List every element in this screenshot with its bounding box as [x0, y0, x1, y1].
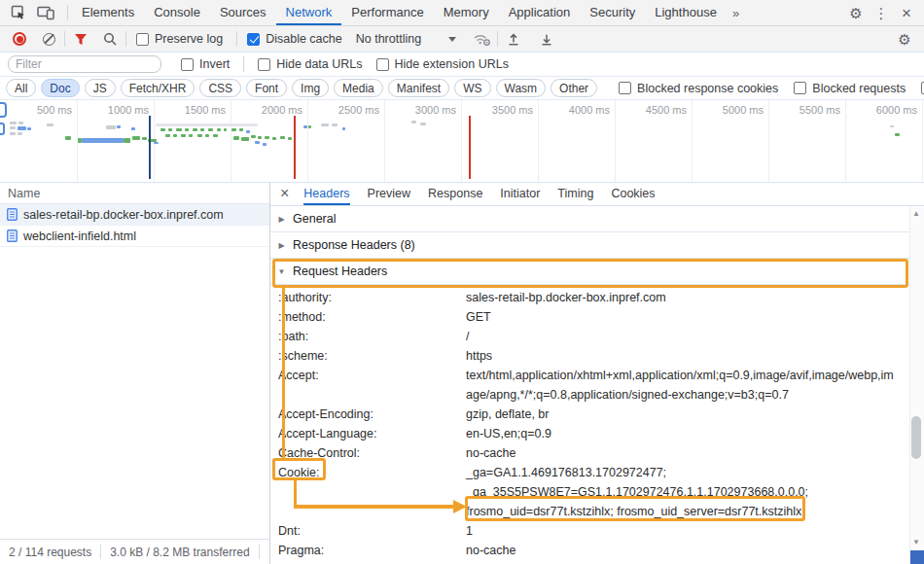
scrollbar-thumb[interactable] — [911, 416, 921, 459]
resource-type-chip[interactable]: Wasm — [496, 79, 547, 97]
more-tabs-icon[interactable]: » — [727, 6, 745, 20]
overview-graph[interactable]: 500 ms1000 ms1500 ms2000 ms2500 ms3000 m… — [0, 100, 924, 182]
resource-type-chip[interactable]: Doc — [41, 79, 79, 97]
inspect-element-icon[interactable] — [7, 2, 30, 23]
waterfall-bar — [189, 134, 193, 137]
section-label: Request Headers — [293, 264, 387, 278]
panel-tab[interactable]: Console — [144, 0, 210, 25]
waterfall-bar — [173, 134, 177, 137]
panel-tab[interactable]: Lighthouse — [645, 0, 727, 25]
disable-cache-checkbox-box[interactable] — [247, 33, 260, 46]
waterfall-bar — [160, 128, 165, 131]
settings-gear-icon[interactable]: ⚙ — [844, 2, 868, 23]
header-name: :method: — [270, 307, 466, 327]
details-tab[interactable]: Initiator — [500, 183, 540, 205]
waterfall-bar — [18, 126, 26, 130]
invert-checkbox[interactable]: Invert — [181, 57, 230, 71]
throttling-dropdown[interactable]: No throttling — [352, 32, 460, 46]
hide-extension-urls-checkbox[interactable]: Hide extension URLs — [376, 57, 509, 71]
overflow-menu-icon[interactable]: ⋮ — [870, 2, 893, 23]
panel-tab[interactable]: Elements — [72, 0, 144, 25]
header-section-row[interactable]: ▶ ▼ Response Headers (8) — [270, 232, 909, 259]
filter-toggle-checkbox-box[interactable] — [794, 82, 806, 94]
waterfall-bar — [27, 127, 31, 130]
network-settings-gear-icon[interactable]: ⚙ — [893, 28, 916, 50]
export-har-icon[interactable] — [535, 28, 558, 50]
request-row[interactable]: webclient-infield.html — [0, 226, 269, 247]
network-conditions-icon[interactable] — [470, 28, 493, 50]
panel-tab[interactable]: Application — [499, 0, 581, 25]
hide-data-urls-checkbox-box[interactable] — [258, 58, 270, 71]
disable-cache-checkbox[interactable]: Disable cache — [247, 32, 342, 46]
header-value: sales-retail-bp.docker-box.inpref.com — [466, 288, 900, 307]
header-name: Cache-Control: — [270, 443, 466, 463]
record-network-log-icon[interactable] — [8, 28, 31, 50]
panel-tab[interactable]: Sources — [210, 0, 276, 25]
scroll-down-icon[interactable]: ▼ — [909, 536, 923, 549]
filter-toggle-checkbox[interactable]: Blocked response cookies — [619, 82, 778, 95]
resource-type-chip[interactable]: JS — [85, 79, 116, 97]
request-details-pane: × HeadersPreviewResponseInitiatorTimingC… — [270, 183, 924, 564]
name-column-header[interactable]: Name — [0, 183, 269, 204]
header-name: :authority: — [270, 288, 466, 307]
headers-content: ▶ ▼ General ▶ ▼ Response Headers (8) ▶ ▼… — [270, 206, 909, 564]
details-tab[interactable]: Timing — [557, 183, 593, 205]
resource-type-chip[interactable]: All — [6, 79, 36, 97]
close-devtools-icon[interactable]: × — [895, 2, 918, 23]
resource-type-chip[interactable]: Other — [551, 79, 597, 97]
timeline-tick-label: 4000 ms — [569, 104, 610, 116]
details-tab[interactable]: Headers — [303, 183, 349, 205]
header-section-row[interactable]: ▶ ▼ Request Headers — [270, 259, 909, 285]
scroll-up-icon[interactable]: ▲ — [909, 207, 923, 221]
header-name: Accept: — [270, 366, 466, 385]
resource-type-chip[interactable]: Img — [292, 79, 329, 97]
invert-checkbox-box[interactable] — [181, 58, 194, 71]
overview-left-handle-small[interactable] — [0, 123, 5, 135]
timeline-tick-label: 1000 ms — [108, 104, 149, 116]
preserve-log-checkbox-box[interactable] — [136, 33, 149, 46]
waterfall-bar — [233, 136, 239, 140]
hide-extension-urls-checkbox-box[interactable] — [376, 58, 389, 71]
request-count: 2 / 114 requests — [0, 546, 100, 559]
resource-type-chip[interactable]: Fetch/XHR — [121, 79, 195, 97]
resource-type-chip[interactable]: CSS — [199, 79, 241, 97]
close-details-icon[interactable]: × — [278, 186, 295, 203]
waterfall-bar — [18, 132, 22, 135]
requests-panel: Name sales-retail-bp.docker-box.inpref.c… — [0, 183, 270, 564]
clear-network-log-icon[interactable] — [37, 28, 60, 50]
panel-tab[interactable]: Performance — [341, 0, 433, 25]
timeline-gridline — [845, 100, 846, 182]
resource-type-chip[interactable]: WS — [454, 79, 490, 97]
panel-tab[interactable]: Memory — [434, 0, 499, 25]
preserve-log-checkbox[interactable]: Preserve log — [136, 32, 223, 46]
import-har-icon[interactable] — [502, 28, 525, 50]
waterfall-bar — [106, 125, 116, 129]
filter-input[interactable] — [8, 55, 161, 73]
panel-tab[interactable]: Network — [276, 0, 342, 25]
resource-type-chip[interactable]: Media — [334, 79, 383, 97]
header-row: :method: GET — [270, 307, 909, 327]
filter-icon[interactable] — [69, 28, 92, 50]
device-toolbar-icon[interactable] — [34, 2, 57, 23]
request-row[interactable]: sales-retail-bp.docker-box.inpref.com — [0, 204, 269, 226]
filter-toggles: Blocked response cookies Blocked request… — [619, 82, 924, 95]
header-row: Accept: text/html,application/xhtml+xml,… — [270, 366, 909, 405]
header-section-row[interactable]: ▶ ▼ General — [270, 206, 909, 232]
filter-toggle-checkbox-box[interactable] — [619, 82, 631, 94]
tabbar-right-icons: ⚙ ⋮ × — [844, 2, 924, 23]
details-tab[interactable]: Response — [428, 183, 482, 205]
network-overview-timeline[interactable]: 500 ms1000 ms1500 ms2000 ms2500 ms3000 m… — [0, 100, 924, 183]
search-icon[interactable] — [98, 28, 122, 50]
details-tab-bar: × HeadersPreviewResponseInitiatorTimingC… — [270, 183, 924, 206]
hide-data-urls-checkbox[interactable]: Hide data URLs — [258, 57, 362, 71]
document-icon — [7, 229, 18, 242]
resource-type-chip[interactable]: Manifest — [388, 79, 449, 97]
overview-left-handle[interactable] — [0, 102, 7, 118]
details-tab[interactable]: Preview — [368, 183, 410, 205]
filter-toggle-checkbox[interactable]: Blocked requests — [794, 82, 906, 95]
details-tab[interactable]: Cookies — [611, 183, 655, 205]
panel-tab[interactable]: Security — [580, 0, 645, 25]
details-scrollbar[interactable] — [909, 206, 924, 564]
waterfall-bar — [205, 134, 209, 137]
resource-type-chip[interactable]: Font — [246, 79, 287, 97]
